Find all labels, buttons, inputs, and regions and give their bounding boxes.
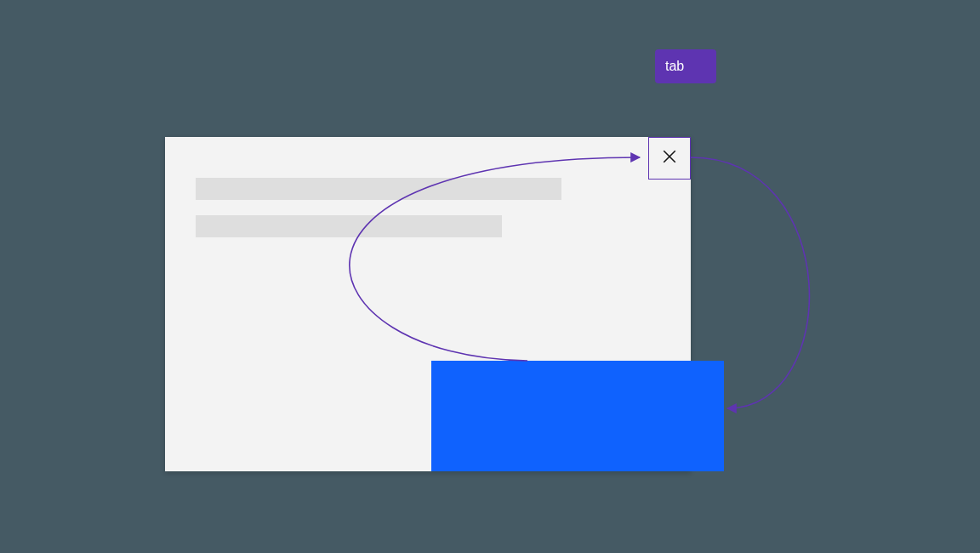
text-placeholder [196,178,561,200]
tab-key-badge: tab [655,49,716,83]
close-button[interactable] [648,137,691,180]
diagram-canvas: tab [0,0,980,553]
close-icon [662,149,677,168]
text-placeholder [196,215,502,237]
primary-action-button[interactable] [431,361,724,471]
